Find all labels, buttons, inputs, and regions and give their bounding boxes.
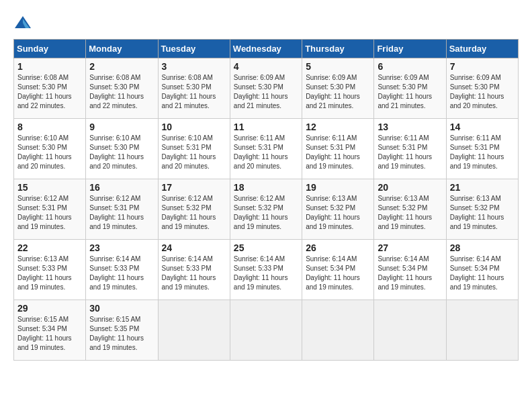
day-number: 24 (162, 242, 226, 253)
day-info: Sunrise: 6:14 AM Sunset: 5:34 PM Dayligh… (378, 255, 442, 292)
calendar-cell: 14Sunrise: 6:11 AM Sunset: 5:31 PM Dayli… (446, 119, 518, 179)
calendar-cell: 26Sunrise: 6:14 AM Sunset: 5:34 PM Dayli… (302, 240, 374, 300)
weekday-monday: Monday (86, 40, 158, 58)
calendar-cell: 12Sunrise: 6:11 AM Sunset: 5:31 PM Dayli… (302, 119, 374, 179)
calendar-cell: 4Sunrise: 6:09 AM Sunset: 5:30 PM Daylig… (230, 58, 302, 119)
day-number: 5 (306, 61, 370, 72)
calendar-cell: 3Sunrise: 6:08 AM Sunset: 5:30 PM Daylig… (158, 58, 230, 119)
day-info: Sunrise: 6:13 AM Sunset: 5:32 PM Dayligh… (378, 194, 442, 232)
calendar-cell: 13Sunrise: 6:11 AM Sunset: 5:31 PM Dayli… (374, 119, 446, 179)
day-number: 17 (162, 182, 226, 193)
day-number: 10 (162, 122, 226, 132)
calendar-cell (302, 300, 374, 361)
day-info: Sunrise: 6:10 AM Sunset: 5:31 PM Dayligh… (162, 134, 226, 171)
calendar-cell (374, 300, 446, 361)
calendar-cell: 7Sunrise: 6:09 AM Sunset: 5:30 PM Daylig… (446, 58, 518, 119)
day-info: Sunrise: 6:08 AM Sunset: 5:30 PM Dayligh… (162, 73, 226, 111)
day-number: 15 (17, 182, 82, 193)
calendar-cell: 18Sunrise: 6:12 AM Sunset: 5:32 PM Dayli… (230, 179, 302, 240)
day-info: Sunrise: 6:10 AM Sunset: 5:30 PM Dayligh… (17, 134, 82, 171)
calendar-cell: 21Sunrise: 6:13 AM Sunset: 5:32 PM Dayli… (446, 179, 518, 240)
day-number: 28 (450, 242, 515, 253)
calendar-cell (230, 300, 302, 361)
calendar-week-1: 1Sunrise: 6:08 AM Sunset: 5:30 PM Daylig… (14, 58, 519, 119)
day-number: 30 (89, 303, 154, 314)
logo-icon (13, 13, 32, 32)
day-info: Sunrise: 6:14 AM Sunset: 5:33 PM Dayligh… (162, 255, 226, 292)
calendar-body: 1Sunrise: 6:08 AM Sunset: 5:30 PM Daylig… (14, 58, 519, 361)
weekday-tuesday: Tuesday (158, 40, 230, 58)
weekday-sunday: Sunday (14, 40, 86, 58)
day-info: Sunrise: 6:14 AM Sunset: 5:34 PM Dayligh… (450, 255, 515, 292)
day-number: 18 (234, 182, 298, 193)
calendar-header: SundayMondayTuesdayWednesdayThursdayFrid… (14, 40, 519, 58)
day-number: 16 (89, 182, 154, 193)
calendar-cell: 24Sunrise: 6:14 AM Sunset: 5:33 PM Dayli… (158, 240, 230, 300)
day-number: 20 (378, 182, 442, 193)
day-number: 23 (89, 242, 154, 253)
calendar-week-2: 8Sunrise: 6:10 AM Sunset: 5:30 PM Daylig… (14, 119, 519, 179)
day-number: 21 (450, 182, 515, 193)
day-number: 19 (306, 182, 370, 193)
calendar-cell: 27Sunrise: 6:14 AM Sunset: 5:34 PM Dayli… (374, 240, 446, 300)
calendar-cell: 9Sunrise: 6:10 AM Sunset: 5:30 PM Daylig… (86, 119, 158, 179)
day-info: Sunrise: 6:11 AM Sunset: 5:31 PM Dayligh… (234, 134, 298, 171)
day-number: 22 (17, 242, 82, 253)
day-info: Sunrise: 6:08 AM Sunset: 5:30 PM Dayligh… (89, 73, 154, 111)
day-number: 13 (378, 122, 442, 132)
day-info: Sunrise: 6:09 AM Sunset: 5:30 PM Dayligh… (378, 73, 442, 111)
calendar-cell: 15Sunrise: 6:12 AM Sunset: 5:31 PM Dayli… (14, 179, 86, 240)
day-info: Sunrise: 6:14 AM Sunset: 5:34 PM Dayligh… (306, 255, 370, 292)
day-info: Sunrise: 6:09 AM Sunset: 5:30 PM Dayligh… (234, 73, 298, 111)
calendar-cell: 8Sunrise: 6:10 AM Sunset: 5:30 PM Daylig… (14, 119, 86, 179)
day-info: Sunrise: 6:12 AM Sunset: 5:31 PM Dayligh… (89, 194, 154, 232)
weekday-saturday: Saturday (446, 40, 518, 58)
page-header (13, 13, 519, 32)
calendar-table: SundayMondayTuesdayWednesdayThursdayFrid… (13, 39, 519, 361)
day-info: Sunrise: 6:11 AM Sunset: 5:31 PM Dayligh… (306, 134, 370, 171)
calendar-cell: 17Sunrise: 6:12 AM Sunset: 5:32 PM Dayli… (158, 179, 230, 240)
day-number: 3 (162, 61, 226, 72)
day-number: 12 (306, 122, 370, 132)
calendar-cell: 29Sunrise: 6:15 AM Sunset: 5:34 PM Dayli… (14, 300, 86, 361)
calendar-cell (158, 300, 230, 361)
day-info: Sunrise: 6:13 AM Sunset: 5:32 PM Dayligh… (306, 194, 370, 232)
calendar-cell: 5Sunrise: 6:09 AM Sunset: 5:30 PM Daylig… (302, 58, 374, 119)
day-info: Sunrise: 6:11 AM Sunset: 5:31 PM Dayligh… (450, 134, 515, 171)
day-number: 14 (450, 122, 515, 132)
day-number: 11 (234, 122, 298, 132)
day-info: Sunrise: 6:14 AM Sunset: 5:33 PM Dayligh… (89, 255, 154, 292)
day-info: Sunrise: 6:09 AM Sunset: 5:30 PM Dayligh… (306, 73, 370, 111)
day-info: Sunrise: 6:12 AM Sunset: 5:32 PM Dayligh… (234, 194, 298, 232)
day-number: 9 (89, 122, 154, 132)
weekday-thursday: Thursday (302, 40, 374, 58)
day-info: Sunrise: 6:12 AM Sunset: 5:32 PM Dayligh… (162, 194, 226, 232)
day-info: Sunrise: 6:14 AM Sunset: 5:33 PM Dayligh… (234, 255, 298, 292)
calendar-cell: 2Sunrise: 6:08 AM Sunset: 5:30 PM Daylig… (86, 58, 158, 119)
day-number: 6 (378, 61, 442, 72)
calendar-cell: 22Sunrise: 6:13 AM Sunset: 5:33 PM Dayli… (14, 240, 86, 300)
day-number: 4 (234, 61, 298, 72)
calendar-cell (446, 300, 518, 361)
day-number: 7 (450, 61, 515, 72)
day-number: 29 (17, 303, 82, 314)
day-number: 26 (306, 242, 370, 253)
day-info: Sunrise: 6:11 AM Sunset: 5:31 PM Dayligh… (378, 134, 442, 171)
calendar-cell: 11Sunrise: 6:11 AM Sunset: 5:31 PM Dayli… (230, 119, 302, 179)
calendar-week-3: 15Sunrise: 6:12 AM Sunset: 5:31 PM Dayli… (14, 179, 519, 240)
day-info: Sunrise: 6:15 AM Sunset: 5:35 PM Dayligh… (89, 315, 154, 353)
calendar-cell: 6Sunrise: 6:09 AM Sunset: 5:30 PM Daylig… (374, 58, 446, 119)
weekday-friday: Friday (374, 40, 446, 58)
calendar-week-5: 29Sunrise: 6:15 AM Sunset: 5:34 PM Dayli… (14, 300, 519, 361)
calendar-cell: 16Sunrise: 6:12 AM Sunset: 5:31 PM Dayli… (86, 179, 158, 240)
calendar-cell: 23Sunrise: 6:14 AM Sunset: 5:33 PM Dayli… (86, 240, 158, 300)
calendar-cell: 10Sunrise: 6:10 AM Sunset: 5:31 PM Dayli… (158, 119, 230, 179)
day-info: Sunrise: 6:12 AM Sunset: 5:31 PM Dayligh… (17, 194, 82, 232)
day-info: Sunrise: 6:09 AM Sunset: 5:30 PM Dayligh… (450, 73, 515, 111)
day-info: Sunrise: 6:15 AM Sunset: 5:34 PM Dayligh… (17, 315, 82, 353)
day-info: Sunrise: 6:08 AM Sunset: 5:30 PM Dayligh… (17, 73, 82, 111)
calendar-cell: 25Sunrise: 6:14 AM Sunset: 5:33 PM Dayli… (230, 240, 302, 300)
day-info: Sunrise: 6:10 AM Sunset: 5:30 PM Dayligh… (89, 134, 154, 171)
day-number: 27 (378, 242, 442, 253)
calendar-cell: 20Sunrise: 6:13 AM Sunset: 5:32 PM Dayli… (374, 179, 446, 240)
